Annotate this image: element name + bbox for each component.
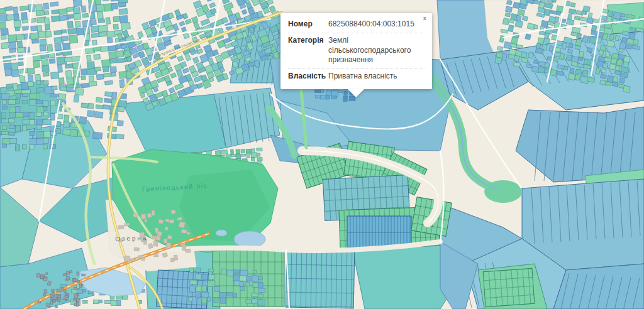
parcel-number-value: 6825088400:04:003:1015 — [328, 19, 425, 30]
parcel-ownership-label: Власність — [288, 72, 328, 82]
parcel-category-label: Категорія — [288, 36, 328, 65]
parcel-info-popup: x Номер 6825088400:04:003:1015 Категорія… — [280, 13, 432, 89]
parcel-ownership-row: Власність Приватна власність — [288, 69, 425, 85]
parcel-category-row: Категорія Землі сільськогосподарського п… — [288, 33, 425, 69]
parcel-category-value: Землі сільськогосподарського призначення — [328, 36, 425, 65]
parcel-number-row: Номер 6825088400:04:003:1015 — [288, 17, 425, 33]
close-icon[interactable]: x — [421, 14, 428, 23]
parcel-number-label: Номер — [288, 19, 328, 30]
cadastral-map-viewer: Старокостянтинівське шосе Гринівецький л… — [0, 0, 644, 309]
parcel-ownership-value: Приватна власність — [328, 72, 425, 82]
